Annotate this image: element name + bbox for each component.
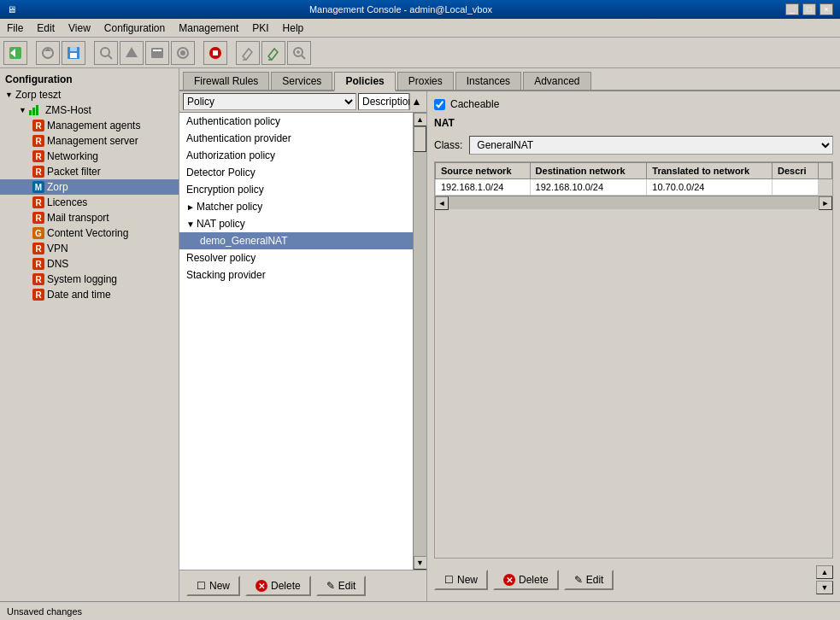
col-scrollbar [819,163,832,179]
tree-icon: R [32,212,44,224]
policy-dropdown[interactable]: Policy [183,93,356,110]
policy-vertical-scrollbar[interactable]: ▲ ▼ [413,113,426,570]
menu-file[interactable]: File [0,20,30,36]
tab-proxies[interactable]: Proxies [397,72,454,90]
policy-item-detector-policy[interactable]: Detector Policy [179,164,413,181]
close-button[interactable]: × [819,3,833,15]
sidebar-item-date-and-time[interactable]: R Date and time [0,287,179,302]
sidebar-item-system-logging[interactable]: R System logging [0,272,179,287]
nat-description [772,179,818,196]
nat-table-container: Source network Destination network Trans… [434,161,833,559]
sidebar-item-mgmt-agents[interactable]: R Management agents [0,118,179,133]
host-icon [29,105,43,115]
sidebar-item-vpn[interactable]: R VPN [0,241,179,256]
sidebar-item-licences[interactable]: R Licences [0,195,179,210]
sidebar-item-mail-transport[interactable]: R Mail transport [0,210,179,225]
toolbar-settings-button[interactable] [171,41,195,65]
maximize-button[interactable]: □ [802,3,816,15]
hscroll-right[interactable]: ► [819,196,832,210]
policy-item-auth-provider[interactable]: Authentication provider [179,130,413,147]
class-label: Class: [434,139,462,151]
tree-expand-icon: ▼ [5,91,13,99]
toolbar-save-button[interactable] [62,41,85,65]
class-select[interactable]: GeneralNAT StaticNAT DynamicNAT [469,136,833,155]
scroll-thumb[interactable] [414,126,426,152]
nat-new-button[interactable]: ☐ New [434,570,488,590]
policy-delete-button[interactable]: ✕ Delete [245,576,311,596]
menu-pki[interactable]: PKI [245,20,275,36]
tab-policies[interactable]: Policies [334,72,395,91]
nat-delete-button[interactable]: ✕ Delete [493,570,559,590]
svg-rect-10 [151,48,163,58]
nat-new-icon: ☐ [444,574,454,586]
toolbar-nav2-button[interactable] [145,41,169,65]
toolbar-edit-button[interactable] [236,41,260,65]
tree-icon: R [32,289,44,301]
tabs: Firewall Rules Services Policies Proxies… [179,68,840,91]
right-panel-buttons: ☐ New ✕ Delete ✎ Edit ▲ [434,559,833,594]
policy-group-nat-policy[interactable]: ▼ NAT policy [179,215,413,232]
tree-icon: R [32,243,44,254]
col-description: Descri [772,163,818,179]
menu-management[interactable]: Management [172,20,245,36]
new-label: New [209,580,230,592]
tab-services[interactable]: Services [271,72,332,90]
policy-item-auth-policy[interactable]: Authentication policy [179,113,413,130]
sidebar-item-zorp-teszt[interactable]: ▼ Zorp teszt [0,87,179,102]
toolbar-edit2-button[interactable] [261,41,285,65]
policy-item-stacking-provider[interactable]: Stacking provider [179,266,413,284]
scroll-down-arrow[interactable]: ▼ [414,556,427,570]
nat-destination: 192.168.10.0/24 [530,179,647,196]
policy-item-label: Resolver policy [186,252,256,264]
policy-item-encryption-policy[interactable]: Encryption policy [179,181,413,198]
toolbar-back-button[interactable] [3,41,27,65]
nat-source: 192.168.1.0/24 [436,179,531,196]
delete-label: Delete [271,580,301,592]
edit-label: Edit [338,580,356,592]
policy-item-authz-policy[interactable]: Authorization policy [179,147,413,164]
toolbar-refresh-button[interactable] [36,41,60,65]
sidebar-item-packet-filter[interactable]: R Packet filter [0,164,179,179]
tab-instances[interactable]: Instances [455,72,521,90]
toolbar-stop-button[interactable] [203,41,227,65]
nat-table-row[interactable]: 192.168.1.0/24 192.168.10.0/24 10.70.0.0… [436,179,832,196]
sidebar-item-mgmt-server[interactable]: R Management server [0,133,179,149]
titlebar-controls: _ □ × [785,3,833,15]
cacheable-checkbox[interactable] [434,99,445,110]
toolbar-search-button[interactable] [94,41,118,65]
tab-firewall-rules[interactable]: Firewall Rules [183,72,269,90]
main-layout: Configuration ▼ Zorp teszt▼ ZMS-HostR Ma… [0,68,840,601]
sidebar-item-content-vectoring[interactable]: G Content Vectoring [0,225,179,241]
policy-list-scroll-area: Authentication policyAuthentication prov… [179,113,426,570]
policy-item-label: Authentication policy [186,115,280,127]
tree-label: Date and time [47,289,111,301]
sidebar-item-zms-host[interactable]: ▼ ZMS-Host [0,102,179,118]
nat-edit-button[interactable]: ✎ Edit [564,570,614,590]
menu-edit[interactable]: Edit [30,20,62,36]
nat-scroll-up-btn[interactable]: ▲ [816,565,833,579]
policy-group-matcher-policy[interactable]: ► Matcher policy [179,198,413,215]
nat-horizontal-scrollbar[interactable]: ◄ ► [435,196,832,209]
menu-help[interactable]: Help [276,20,311,36]
sidebar-item-dns[interactable]: R DNS [0,256,179,272]
toolbar-nav-button[interactable] [120,41,144,65]
tab-advanced[interactable]: Advanced [523,72,590,90]
scroll-up-arrow[interactable]: ▲ [414,113,427,126]
hscroll-left[interactable]: ◄ [435,196,449,210]
toolbar-zoom-button[interactable] [287,41,311,65]
menu-configuration[interactable]: Configuration [97,20,172,36]
minimize-button[interactable]: _ [785,3,799,15]
nat-scroll-down-btn[interactable]: ▼ [816,581,833,594]
policy-edit-button[interactable]: ✎ Edit [316,576,367,596]
tree-icon: R [32,196,44,208]
policy-list: Policy Description ▲ Authentication poli… [179,91,427,601]
sidebar-item-zorp[interactable]: M Zorp [0,179,179,195]
sidebar-item-networking[interactable]: R Networking [0,149,179,164]
menu-view[interactable]: View [62,20,97,36]
policy-item-demo-generalnat[interactable]: demo_GeneralNAT [179,232,413,249]
nat-new-label: New [457,574,478,586]
policy-item-resolver-policy[interactable]: Resolver policy [179,249,413,266]
policy-new-button[interactable]: ☐ New [186,576,240,596]
description-header: Description [358,93,409,110]
policy-scroll-up[interactable]: ▲ [409,93,423,110]
